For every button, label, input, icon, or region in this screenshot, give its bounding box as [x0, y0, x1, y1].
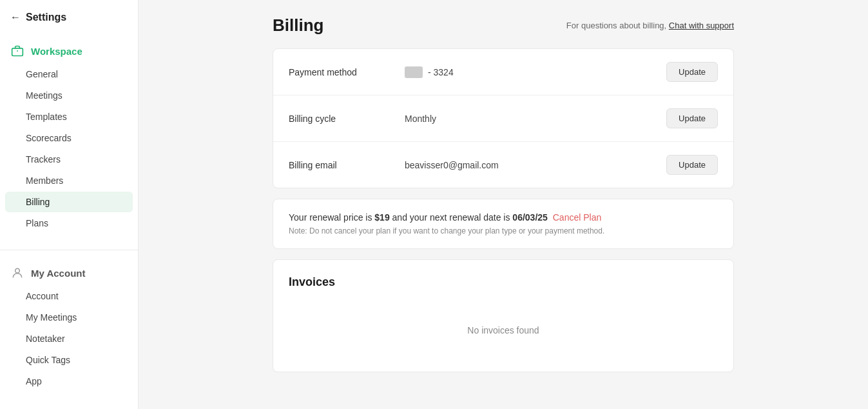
sidebar-item-notetaker[interactable]: Notetaker	[5, 328, 133, 349]
invoices-section: Invoices No invoices found	[273, 259, 734, 372]
invoices-title: Invoices	[289, 275, 718, 289]
sidebar-item-app[interactable]: App	[5, 371, 133, 392]
sidebar-item-general[interactable]: General	[5, 64, 133, 85]
billing-email-update-button[interactable]: Update	[666, 155, 718, 175]
billing-cycle-update-button[interactable]: Update	[666, 108, 718, 128]
payment-method-label: Payment method	[289, 67, 405, 77]
renewal-mid-text: and your next renewal date is	[392, 212, 513, 223]
renewal-price: $19	[374, 212, 389, 223]
payment-update-button[interactable]: Update	[666, 62, 718, 82]
my-account-header[interactable]: My Account	[0, 261, 138, 285]
sidebar-item-quick-tags[interactable]: Quick Tags	[5, 350, 133, 370]
workspace-icon	[10, 44, 24, 58]
payment-method-row: Payment method - 3324 Update	[273, 49, 733, 95]
content-area: Billing For questions about billing, Cha…	[252, 0, 755, 372]
svg-point-3	[15, 268, 20, 273]
renewal-prefix: Your renewal price is	[289, 212, 374, 223]
account-nav: Account My Meetings Notetaker Quick Tags…	[0, 286, 138, 397]
sidebar-divider	[0, 250, 138, 250]
sidebar-item-billing[interactable]: Billing	[5, 192, 133, 212]
page-title: Billing	[273, 15, 323, 35]
billing-cycle-label: Billing cycle	[289, 114, 405, 124]
chat-with-support-link[interactable]: Chat with support	[669, 21, 734, 30]
sidebar-item-members[interactable]: Members	[5, 170, 133, 191]
renewal-text: Your renewal price is $19 and your next …	[289, 212, 718, 223]
main-content: Billing For questions about billing, Cha…	[139, 0, 868, 409]
my-account-title: My Account	[31, 268, 85, 279]
workspace-section-header[interactable]: Workspace	[0, 39, 138, 63]
sidebar-item-templates[interactable]: Templates	[5, 106, 133, 127]
account-icon	[10, 266, 24, 280]
sidebar-item-plans[interactable]: Plans	[5, 213, 133, 234]
payment-method-value: - 3324	[405, 66, 666, 78]
billing-header: Billing For questions about billing, Cha…	[252, 0, 755, 48]
cancel-plan-link[interactable]: Cancel Plan	[553, 212, 602, 223]
sidebar-item-account[interactable]: Account	[5, 286, 133, 306]
my-account-section: My Account Account My Meetings Notetaker…	[0, 255, 138, 403]
billing-email-row: Billing email beavisser0@gmail.com Updat…	[273, 142, 733, 188]
renewal-note: Note: Do not cancel your plan if you wan…	[289, 226, 718, 235]
billing-email-value: beavisser0@gmail.com	[405, 160, 666, 170]
no-invoices-message: No invoices found	[289, 304, 718, 356]
support-text: For questions about billing, Chat with s…	[566, 21, 734, 30]
workspace-nav: General Meetings Templates Scorecards Tr…	[0, 64, 138, 239]
workspace-section-title: Workspace	[31, 46, 82, 57]
sidebar-item-meetings[interactable]: Meetings	[5, 85, 133, 106]
settings-title: Settings	[26, 12, 66, 23]
billing-cycle-value: Monthly	[405, 114, 666, 124]
sidebar-item-my-meetings[interactable]: My Meetings	[5, 307, 133, 328]
sidebar-item-trackers[interactable]: Trackers	[5, 149, 133, 170]
billing-details-card: Payment method - 3324 Update Billing cyc…	[273, 48, 734, 188]
sidebar: ← Settings Workspace General Meetings Te…	[0, 0, 139, 409]
billing-email-label: Billing email	[289, 160, 405, 170]
sidebar-item-scorecards[interactable]: Scorecards	[5, 128, 133, 148]
workspace-section: Workspace General Meetings Templates Sco…	[0, 34, 138, 244]
renewal-date: 06/03/25	[512, 212, 548, 223]
svg-rect-0	[12, 48, 23, 56]
renewal-card: Your renewal price is $19 and your next …	[273, 199, 734, 249]
billing-cycle-row: Billing cycle Monthly Update	[273, 95, 733, 142]
card-last4: - 3324	[428, 67, 454, 77]
back-arrow-icon: ←	[10, 12, 21, 23]
settings-back-button[interactable]: ← Settings	[0, 0, 138, 34]
credit-card-icon	[405, 66, 423, 78]
